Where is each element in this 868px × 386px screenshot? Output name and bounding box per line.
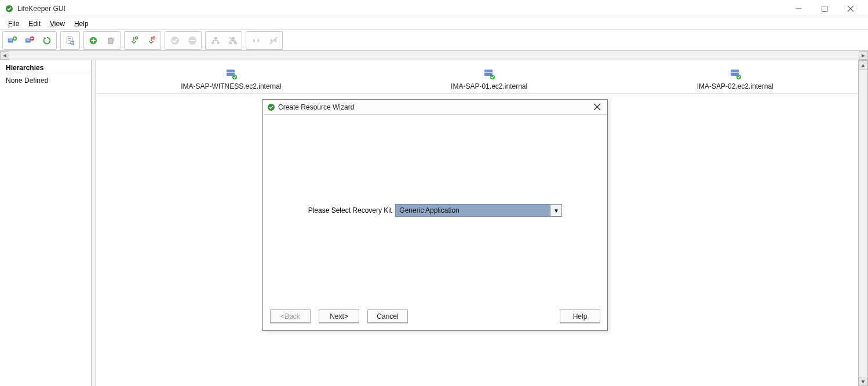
in-service-button[interactable] — [166, 32, 183, 49]
dialog-close-button[interactable] — [590, 102, 604, 112]
svg-rect-24 — [217, 42, 220, 44]
back-button: <Back — [270, 309, 311, 323]
create-resource-button[interactable] — [85, 32, 102, 49]
svg-line-15 — [73, 43, 74, 45]
recovery-kit-combobox[interactable]: Generic Application ▼ — [395, 204, 562, 217]
close-button[interactable] — [837, 1, 863, 17]
splitter-handle[interactable] — [92, 60, 96, 386]
create-comm-path-button[interactable] — [247, 32, 264, 49]
server-icon — [483, 67, 495, 80]
recovery-kit-label: Please Select Recovery Kit — [308, 206, 392, 214]
svg-rect-28 — [232, 37, 235, 39]
svg-rect-17 — [109, 37, 112, 38]
server-label: IMA-SAP-02.ec2.internal — [697, 82, 774, 90]
svg-rect-37 — [731, 70, 739, 72]
menu-edit[interactable]: Edit — [24, 19, 45, 29]
svg-point-20 — [171, 37, 179, 45]
unextend-hierarchy-button[interactable] — [143, 32, 160, 49]
horizontal-scrollbar[interactable]: ◄ ► — [0, 51, 868, 60]
servers-row: IMA-SAP-WITNESS.ec2.internal IMA-SAP-01.… — [96, 60, 858, 94]
help-button[interactable]: Help — [560, 309, 600, 323]
menu-help[interactable]: Help — [70, 19, 93, 29]
dialog-body: Please Select Recovery Kit Generic Appli… — [263, 115, 607, 306]
delete-comm-path-button[interactable] — [264, 32, 282, 49]
scroll-right-icon[interactable]: ► — [859, 51, 868, 60]
view-log-button[interactable] — [61, 32, 79, 49]
scroll-up-icon[interactable]: ▲ — [859, 60, 867, 70]
minimize-button[interactable] — [785, 1, 811, 17]
svg-rect-25 — [214, 37, 217, 39]
scroll-down-icon[interactable]: ▼ — [859, 377, 867, 386]
chevron-down-icon[interactable]: ▼ — [550, 205, 561, 216]
cancel-button[interactable]: Cancel — [367, 309, 408, 323]
svg-rect-6 — [9, 39, 12, 41]
disconnect-server-button[interactable] — [21, 32, 38, 49]
window-titlebar: LifeKeeper GUI — [0, 0, 868, 17]
svg-rect-11 — [67, 37, 72, 43]
scroll-left-icon[interactable]: ◄ — [0, 51, 9, 60]
svg-rect-23 — [211, 42, 214, 44]
svg-rect-9 — [27, 39, 30, 41]
app-icon — [5, 4, 14, 13]
maximize-button[interactable] — [811, 1, 837, 17]
server-icon — [729, 67, 742, 80]
server-label: IMA-SAP-WITNESS.ec2.internal — [181, 82, 281, 90]
svg-rect-26 — [229, 42, 232, 44]
server-icon — [225, 67, 238, 80]
next-button[interactable]: Next> — [319, 309, 359, 323]
svg-rect-34 — [484, 70, 493, 72]
menu-view[interactable]: View — [45, 19, 70, 29]
server-label: IMA-SAP-01.ec2.internal — [451, 82, 527, 90]
sidebar-heading: Hierarchies — [0, 60, 91, 74]
vertical-scrollbar[interactable]: ▲ ▼ — [858, 60, 867, 386]
extend-hierarchy-button[interactable] — [125, 32, 143, 49]
dialog-icon — [267, 103, 276, 112]
hierarchies-sidebar: Hierarchies None Defined — [0, 60, 92, 386]
sidebar-status: None Defined — [0, 74, 91, 87]
out-of-service-button[interactable] — [183, 32, 200, 49]
toolbar — [0, 30, 868, 51]
delete-resource-button[interactable] — [102, 32, 119, 49]
dialog-footer: <Back Next> Cancel Help — [263, 306, 607, 330]
server-node[interactable]: IMA-SAP-WITNESS.ec2.internal — [181, 67, 281, 90]
create-resource-wizard-dialog: Create Resource Wizard Please Select Rec… — [262, 99, 608, 331]
svg-point-40 — [268, 104, 275, 111]
svg-rect-31 — [227, 70, 235, 72]
window-controls — [785, 1, 863, 17]
server-node[interactable]: IMA-SAP-01.ec2.internal — [451, 67, 527, 90]
menu-file[interactable]: File — [3, 19, 24, 29]
dialog-titlebar[interactable]: Create Resource Wizard — [263, 100, 607, 115]
add-dependency-button[interactable] — [206, 32, 224, 49]
server-node[interactable]: IMA-SAP-02.ec2.internal — [697, 67, 774, 90]
window-title: LifeKeeper GUI — [17, 5, 65, 13]
refresh-button[interactable] — [38, 32, 56, 49]
menu-bar: File Edit View Help — [0, 17, 868, 30]
remove-dependency-button[interactable] — [224, 32, 241, 49]
connect-server-button[interactable] — [3, 32, 21, 49]
dialog-title: Create Resource Wizard — [276, 103, 354, 111]
recovery-kit-value: Generic Application — [396, 206, 550, 214]
svg-rect-2 — [822, 6, 827, 11]
